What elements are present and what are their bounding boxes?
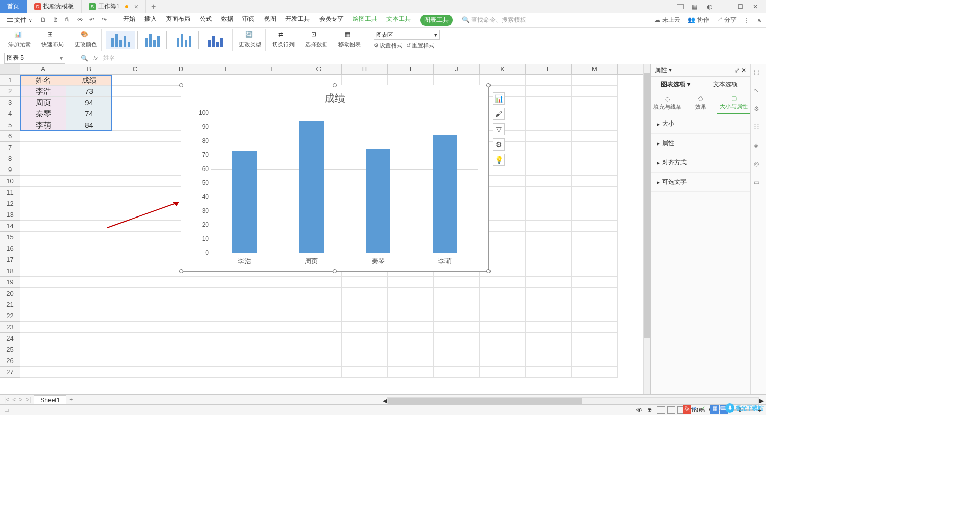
- col-header[interactable]: D: [158, 64, 204, 74]
- chart-object[interactable]: 成绩 0102030405060708090100 李浩周页秦琴李萌 📊 🖌 ▽…: [181, 85, 489, 272]
- chart-bar[interactable]: [299, 121, 324, 253]
- cloud-status[interactable]: ☁ 未上云: [654, 16, 680, 25]
- cell[interactable]: 84: [66, 119, 112, 131]
- cell[interactable]: [480, 299, 526, 310]
- cell[interactable]: [112, 266, 158, 277]
- more-icon[interactable]: ⋮: [744, 17, 750, 24]
- cell[interactable]: [66, 243, 112, 254]
- cell[interactable]: [342, 288, 388, 299]
- cell[interactable]: [296, 367, 342, 378]
- pin-icon[interactable]: ⤢: [734, 67, 740, 74]
- cell[interactable]: [342, 310, 388, 322]
- cell[interactable]: [572, 153, 618, 164]
- add-element[interactable]: 📊添加元素: [4, 29, 35, 51]
- cell[interactable]: [572, 119, 618, 131]
- cell[interactable]: [526, 310, 572, 322]
- section-align[interactable]: ▸ 对齐方式: [651, 153, 750, 173]
- row-header[interactable]: 22: [0, 310, 20, 322]
- cell[interactable]: [296, 288, 342, 299]
- cell[interactable]: 周页: [20, 97, 66, 108]
- section-alttext[interactable]: ▸ 可选文字: [651, 173, 750, 192]
- cell[interactable]: [388, 344, 434, 355]
- cell[interactable]: [572, 277, 618, 288]
- cell[interactable]: [204, 367, 250, 378]
- side-target-icon[interactable]: ◎: [754, 160, 763, 170]
- cell[interactable]: [250, 299, 296, 310]
- cell[interactable]: [20, 254, 66, 266]
- move-chart[interactable]: ▦移动图表: [334, 29, 365, 51]
- side-select-icon[interactable]: ⬚: [754, 68, 763, 78]
- sheet-first-icon[interactable]: |<: [4, 396, 9, 403]
- cell[interactable]: [66, 131, 112, 142]
- cell[interactable]: 李浩: [20, 86, 66, 97]
- cell[interactable]: [158, 333, 204, 344]
- sheet-next-icon[interactable]: >: [19, 396, 22, 403]
- view-normal[interactable]: [657, 406, 665, 414]
- cell[interactable]: [434, 75, 480, 86]
- cell[interactable]: [20, 131, 66, 142]
- cell[interactable]: [158, 367, 204, 378]
- cell[interactable]: [158, 310, 204, 322]
- cell[interactable]: [572, 131, 618, 142]
- row-header[interactable]: 6: [0, 131, 20, 142]
- cell[interactable]: [20, 299, 66, 310]
- cell[interactable]: [342, 75, 388, 86]
- cell[interactable]: [204, 322, 250, 333]
- cell[interactable]: [112, 86, 158, 97]
- cell[interactable]: [20, 243, 66, 254]
- name-box[interactable]: 图表 5▾: [4, 53, 65, 64]
- cell[interactable]: [112, 243, 158, 254]
- row-header[interactable]: 24: [0, 333, 20, 344]
- cell[interactable]: 73: [66, 86, 112, 97]
- cell[interactable]: [204, 299, 250, 310]
- cell[interactable]: [388, 75, 434, 86]
- cell[interactable]: [296, 322, 342, 333]
- cell[interactable]: 成绩: [66, 75, 112, 86]
- cell[interactable]: [434, 288, 480, 299]
- tab-formula[interactable]: 公式: [200, 15, 212, 26]
- chart-bar[interactable]: [366, 149, 390, 253]
- share-button[interactable]: ↗ 分享: [717, 16, 737, 25]
- col-header[interactable]: B: [66, 64, 112, 74]
- side-style-icon[interactable]: ◈: [754, 142, 763, 151]
- cell[interactable]: [342, 299, 388, 310]
- chart-style-4[interactable]: [201, 31, 230, 49]
- cell[interactable]: [526, 97, 572, 108]
- cell[interactable]: [526, 131, 572, 142]
- cell[interactable]: [526, 322, 572, 333]
- cell[interactable]: [112, 108, 158, 119]
- cell[interactable]: [434, 277, 480, 288]
- tab-insert[interactable]: 插入: [144, 15, 157, 26]
- row-header[interactable]: 2: [0, 86, 20, 97]
- cell[interactable]: [112, 97, 158, 108]
- row-header[interactable]: 9: [0, 164, 20, 176]
- col-header[interactable]: A: [20, 64, 66, 74]
- chart-filter-icon[interactable]: ▽: [493, 123, 505, 135]
- cell[interactable]: [526, 367, 572, 378]
- save-icon[interactable]: 🗋: [40, 16, 48, 25]
- cell[interactable]: [112, 310, 158, 322]
- row-header[interactable]: 5: [0, 119, 20, 131]
- chart-title[interactable]: 成绩: [181, 85, 488, 108]
- cell[interactable]: [20, 164, 66, 176]
- cell[interactable]: [526, 243, 572, 254]
- cell[interactable]: [20, 322, 66, 333]
- reset-style[interactable]: ↺ 重置样式: [406, 42, 434, 50]
- swap-rowcol[interactable]: ⇄切换行列: [268, 29, 299, 51]
- cell[interactable]: [572, 97, 618, 108]
- cell[interactable]: [204, 288, 250, 299]
- text-options-tab[interactable]: 文本选项: [701, 77, 751, 92]
- cell[interactable]: [20, 344, 66, 355]
- cell[interactable]: [20, 209, 66, 221]
- cell[interactable]: [20, 176, 66, 187]
- formula-input[interactable]: 姓名: [103, 54, 115, 62]
- section-size[interactable]: ▸ 大小: [651, 114, 750, 134]
- row-header[interactable]: 14: [0, 221, 20, 232]
- cell[interactable]: [66, 355, 112, 367]
- cell[interactable]: [20, 153, 66, 164]
- quick-layout[interactable]: ⊞快速布局: [37, 29, 68, 51]
- select-all-corner[interactable]: [0, 64, 20, 74]
- cell[interactable]: [572, 288, 618, 299]
- cell[interactable]: [572, 344, 618, 355]
- print-icon[interactable]: ⎙: [65, 16, 73, 25]
